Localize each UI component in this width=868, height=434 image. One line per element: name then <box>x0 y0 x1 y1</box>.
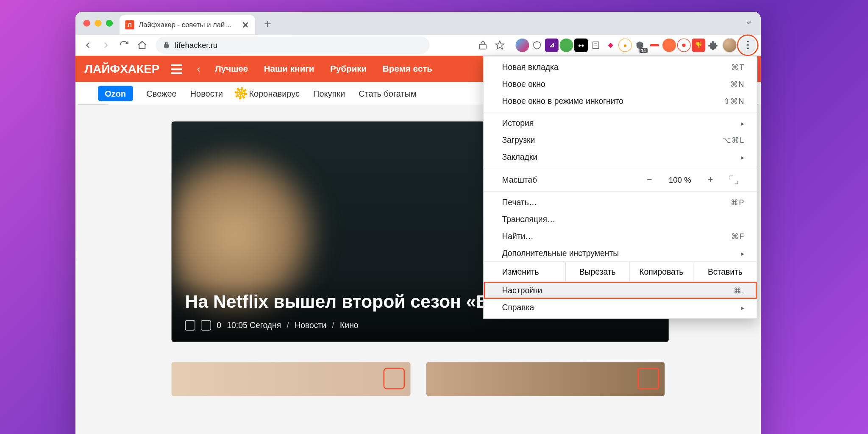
menu-print[interactable]: Печать…⌘P <box>484 194 757 211</box>
zoom-in-button[interactable]: + <box>698 175 723 185</box>
extension-icon[interactable]: ⊿ <box>545 38 559 52</box>
menu-incognito[interactable]: Новое окно в режиме инкогнито⇧⌘N <box>484 93 757 110</box>
subnav-pill[interactable]: Ozon <box>98 86 133 101</box>
menu-help[interactable]: Справка <box>484 299 757 316</box>
more-vertical-icon <box>747 41 748 49</box>
extension-icon[interactable] <box>559 38 573 52</box>
article-card[interactable] <box>172 362 410 396</box>
share-icon[interactable] <box>475 37 490 53</box>
home-button[interactable] <box>134 37 150 53</box>
site-nav: Лучшее Наши книги Рубрики Время есть <box>215 64 432 74</box>
menu-history[interactable]: История <box>484 115 757 132</box>
menu-copy[interactable]: Копировать <box>630 262 694 281</box>
extensions-row: ⊿ ●● ◆ ● 11 👎 <box>515 38 720 52</box>
menu-edit-label: Изменить <box>484 262 566 281</box>
forward-button[interactable] <box>98 37 114 53</box>
hero-meta: 0 10:05 Сегодня / Новости / Кино <box>185 320 655 331</box>
zoom-value: 100 % <box>662 175 698 184</box>
chevron-right-icon <box>741 119 744 128</box>
zoom-out-button[interactable]: − <box>637 175 662 185</box>
fullscreen-window-button[interactable] <box>106 20 113 27</box>
nav-prev-icon[interactable]: ‹ <box>193 63 203 75</box>
hamburger-icon[interactable] <box>171 64 182 74</box>
menu-new-tab[interactable]: Новая вкладка⌘T <box>484 59 757 76</box>
extension-icon[interactable] <box>530 38 544 52</box>
close-window-button[interactable] <box>83 20 90 27</box>
nav-item[interactable]: Время есть <box>383 64 432 74</box>
menu-more-tools[interactable]: Дополнительные инструменты <box>484 245 757 262</box>
extension-icon[interactable] <box>589 38 603 52</box>
extension-icon[interactable]: 11 <box>633 38 647 52</box>
extension-icon[interactable]: ●● <box>574 38 588 52</box>
extension-icon[interactable]: 👎 <box>692 38 705 52</box>
extension-icon[interactable] <box>677 38 691 52</box>
chrome-menu-button[interactable] <box>739 36 756 53</box>
profile-avatar[interactable] <box>722 38 737 53</box>
lock-icon <box>162 41 170 49</box>
menu-new-window[interactable]: Новое окно⌘N <box>484 76 757 93</box>
comment-icon[interactable] <box>201 320 211 331</box>
extension-icon[interactable] <box>648 38 661 52</box>
subnav-item[interactable]: Новости <box>190 89 223 98</box>
extension-icon[interactable] <box>662 38 676 52</box>
hero-category[interactable]: Кино <box>340 321 358 330</box>
menu-cast[interactable]: Трансляция… <box>484 211 757 228</box>
nav-item[interactable]: Наши книги <box>264 64 314 74</box>
tab-close-icon[interactable] <box>242 21 250 29</box>
extension-icon[interactable]: ◆ <box>604 38 617 52</box>
hero-comments: 0 <box>217 321 221 330</box>
menu-find[interactable]: Найти…⌘F <box>484 228 757 245</box>
fullscreen-button[interactable] <box>723 175 745 184</box>
extension-icon[interactable] <box>515 38 529 52</box>
tabs-dropdown-icon[interactable] <box>745 19 753 29</box>
nav-item[interactable]: Лучшее <box>215 64 248 74</box>
chrome-main-menu: Новая вкладка⌘T Новое окно⌘N Новое окно … <box>483 56 757 319</box>
menu-cut[interactable]: Вырезать <box>566 262 630 281</box>
subnav-item[interactable]: Стать богатым <box>359 89 417 98</box>
subnav-item[interactable]: Свежее <box>146 89 176 98</box>
subnav-item[interactable]: Коронавирус <box>236 89 300 98</box>
nav-item[interactable]: Рубрики <box>330 64 367 74</box>
extension-badge: 11 <box>639 48 648 53</box>
tab-strip: Л Лайфхакер - советы и лайфха ＋ <box>75 12 761 34</box>
chevron-right-icon <box>741 153 744 161</box>
bookmark-icon[interactable] <box>185 320 195 331</box>
menu-zoom: Масштаб − 100 % + <box>484 171 757 189</box>
menu-bookmarks[interactable]: Закладки <box>484 149 757 166</box>
window-controls <box>83 20 113 27</box>
new-tab-button[interactable]: ＋ <box>260 15 275 31</box>
svg-rect-0 <box>479 44 486 49</box>
menu-paste[interactable]: Вставить <box>693 262 757 281</box>
tab-title: Лайфхакер - советы и лайфха <box>139 21 237 29</box>
chevron-right-icon <box>741 303 744 312</box>
extensions-menu-icon[interactable] <box>707 38 720 52</box>
tab-favicon: Л <box>125 20 134 29</box>
menu-downloads[interactable]: Загрузки⌥⌘L <box>484 132 757 149</box>
chrome-window: Л Лайфхакер - советы и лайфха ＋ lifehack… <box>75 12 761 434</box>
menu-settings[interactable]: Настройки⌘, <box>484 282 757 299</box>
back-button[interactable] <box>80 37 96 53</box>
hero-time: 10:05 Сегодня <box>227 321 281 330</box>
extension-icon[interactable]: ● <box>618 38 632 52</box>
reload-button[interactable] <box>116 37 132 53</box>
url-text: lifehacker.ru <box>175 40 218 49</box>
svg-marker-1 <box>495 41 504 49</box>
menu-edit-row: Изменить Вырезать Копировать Вставить <box>484 262 757 282</box>
hero-category[interactable]: Новости <box>295 321 326 330</box>
article-card[interactable] <box>426 362 665 396</box>
subnav-item[interactable]: Покупки <box>313 89 345 98</box>
virus-icon <box>236 89 245 97</box>
fullscreen-icon <box>729 175 738 184</box>
site-logo[interactable]: ЛАЙФХАКЕР <box>84 62 159 76</box>
browser-tab[interactable]: Л Лайфхакер - советы и лайфха <box>120 15 255 34</box>
browser-toolbar: lifehacker.ru ⊿ ●● ◆ ● 11 👎 <box>75 34 761 56</box>
bookmark-star-icon[interactable] <box>492 37 507 53</box>
chevron-right-icon <box>741 249 744 258</box>
address-bar[interactable]: lifehacker.ru <box>156 36 430 53</box>
minimize-window-button[interactable] <box>95 20 101 27</box>
